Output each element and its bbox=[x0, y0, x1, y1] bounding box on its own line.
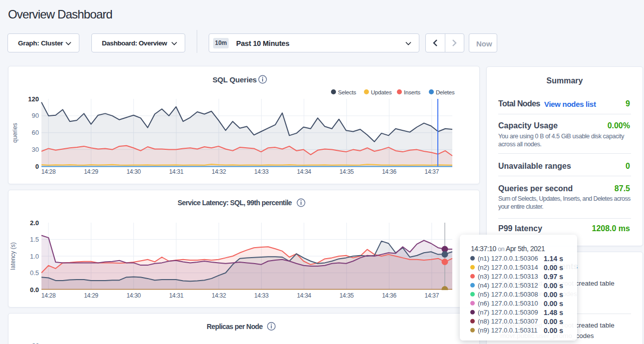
svg-text:(n4) 127.0.0.1:50312: (n4) 127.0.0.1:50312 bbox=[478, 282, 538, 289]
svg-text:14:31: 14:31 bbox=[169, 292, 184, 299]
svg-text:0: 0 bbox=[35, 163, 39, 170]
svg-text:14:36: 14:36 bbox=[382, 292, 396, 299]
svg-text:120: 120 bbox=[28, 95, 39, 103]
svg-text:60: 60 bbox=[32, 129, 39, 136]
svg-text:0.5: 0.5 bbox=[30, 269, 39, 277]
svg-text:1.0: 1.0 bbox=[30, 253, 39, 260]
svg-text:14:28: 14:28 bbox=[41, 168, 56, 175]
svg-text:Selects: Selects bbox=[338, 89, 356, 95]
svg-text:0.00 s: 0.00 s bbox=[544, 318, 563, 326]
svg-text:0.0: 0.0 bbox=[30, 286, 39, 294]
svg-text:(n1) 127.0.0.1:50306: (n1) 127.0.0.1:50306 bbox=[478, 255, 538, 262]
svg-text:14:32: 14:32 bbox=[212, 168, 226, 175]
svg-text:14:29: 14:29 bbox=[84, 292, 98, 299]
svg-text:Inserts: Inserts bbox=[404, 89, 421, 95]
svg-text:14:37: 14:37 bbox=[425, 292, 439, 299]
svg-text:30: 30 bbox=[32, 146, 39, 153]
svg-text:2.0: 2.0 bbox=[30, 219, 39, 227]
svg-text:14:35: 14:35 bbox=[339, 168, 354, 175]
svg-text:1.48 s: 1.48 s bbox=[544, 309, 563, 317]
svg-text:(n7) 127.0.0.1:50309: (n7) 127.0.0.1:50309 bbox=[478, 309, 538, 316]
svg-text:(n2) 127.0.0.1:50314: (n2) 127.0.0.1:50314 bbox=[478, 264, 538, 271]
svg-text:14:32: 14:32 bbox=[212, 292, 226, 299]
svg-text:90: 90 bbox=[32, 112, 39, 119]
svg-text:0.00 s: 0.00 s bbox=[544, 264, 563, 272]
svg-text:1.14 s: 1.14 s bbox=[544, 255, 563, 263]
svg-text:(n3) 127.0.0.1:50313: (n3) 127.0.0.1:50313 bbox=[478, 273, 538, 280]
svg-text:Deletes: Deletes bbox=[436, 89, 455, 95]
svg-text:0.97 s: 0.97 s bbox=[544, 273, 563, 281]
svg-text:14:30: 14:30 bbox=[126, 168, 141, 175]
svg-text:(n5) 127.0.0.1:50308: (n5) 127.0.0.1:50308 bbox=[478, 291, 538, 298]
svg-text:0.00 s: 0.00 s bbox=[544, 327, 563, 335]
svg-text:14:34: 14:34 bbox=[297, 292, 312, 299]
svg-text:1.5: 1.5 bbox=[30, 236, 39, 243]
svg-text:14:28: 14:28 bbox=[41, 292, 56, 299]
svg-text:0.00 s: 0.00 s bbox=[544, 291, 563, 299]
svg-text:0.00 s: 0.00 s bbox=[544, 300, 563, 308]
svg-text:SQL Queries: SQL Queries bbox=[213, 75, 257, 84]
svg-text:14:33: 14:33 bbox=[254, 168, 269, 175]
svg-text:14:33: 14:33 bbox=[254, 292, 269, 299]
svg-text:(n8) 127.0.0.1:50307: (n8) 127.0.0.1:50307 bbox=[478, 318, 538, 325]
svg-text:0.00 s: 0.00 s bbox=[544, 282, 563, 290]
svg-text:Updates: Updates bbox=[371, 89, 392, 95]
svg-text:queries: queries bbox=[11, 123, 18, 142]
svg-text:Service Latency: SQL, 99th per: Service Latency: SQL, 99th percentile bbox=[178, 199, 292, 207]
svg-text:14:29: 14:29 bbox=[84, 168, 98, 175]
svg-text:14:35: 14:35 bbox=[339, 292, 354, 299]
svg-text:14:30: 14:30 bbox=[126, 292, 141, 299]
svg-text:14:31: 14:31 bbox=[169, 168, 184, 175]
svg-text:14:36: 14:36 bbox=[382, 168, 396, 175]
svg-text:(n6) 127.0.0.1:50310: (n6) 127.0.0.1:50310 bbox=[478, 300, 538, 307]
svg-text:(n9) 127.0.0.1:50311: (n9) 127.0.0.1:50311 bbox=[478, 327, 538, 334]
svg-text:latency (s): latency (s) bbox=[9, 242, 16, 270]
svg-text:14:37: 14:37 bbox=[425, 168, 439, 175]
svg-text:14:34: 14:34 bbox=[297, 168, 312, 175]
